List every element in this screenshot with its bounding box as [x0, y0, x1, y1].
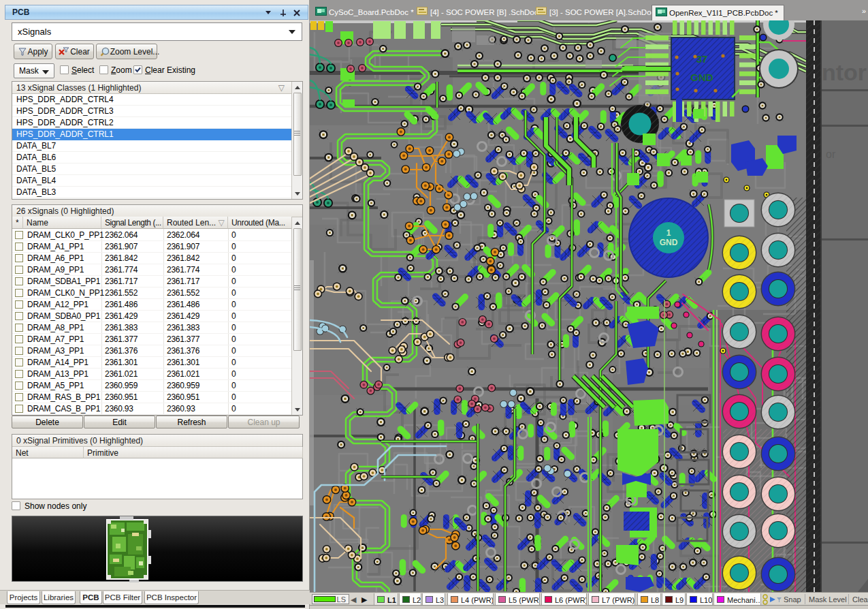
svg-text:GND: GND: [660, 238, 678, 247]
svg-text:37: 37: [696, 53, 708, 65]
svg-text:or: or: [826, 149, 836, 160]
svg-text:1: 1: [666, 228, 671, 238]
svg-text:ntor: ntor: [822, 59, 867, 85]
svg-text:GND: GND: [690, 72, 713, 83]
